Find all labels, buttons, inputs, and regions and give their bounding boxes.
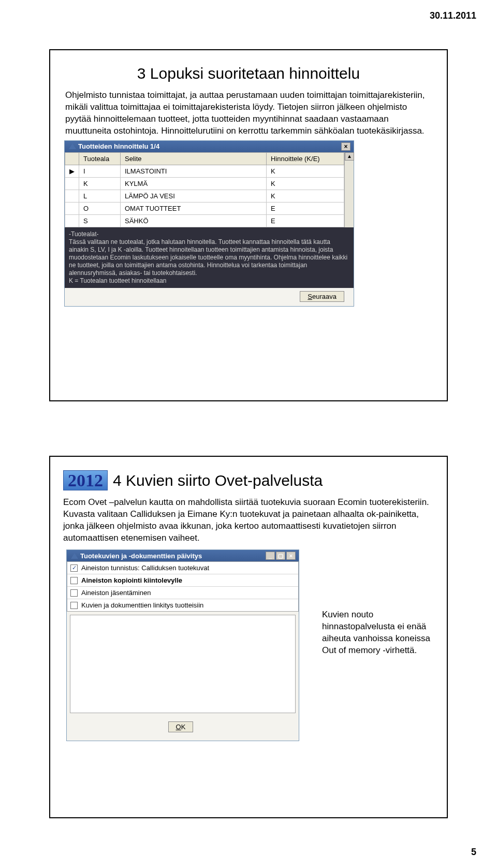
slide-2: 2012 4 Kuvien siirto Ovet-palvelusta Eco… bbox=[49, 456, 448, 818]
slide-1: 3 Lopuksi suoritetaan hinnoittelu Ohjelm… bbox=[49, 49, 448, 401]
checkbox-icon bbox=[70, 589, 78, 597]
dialog1-title: Tuotteiden hinnoittelu 1/4 bbox=[78, 142, 159, 150]
slide2-title: 4 Kuvien siirto Ovet-palvelusta bbox=[113, 472, 323, 489]
ok-button[interactable]: OK bbox=[168, 721, 194, 732]
close-icon[interactable]: × bbox=[286, 552, 296, 560]
col-tuoteala: Tuoteala bbox=[79, 152, 121, 165]
table-row[interactable]: KKYLMÄK bbox=[65, 177, 344, 190]
next-button[interactable]: Seuraava bbox=[300, 291, 344, 302]
list-item: Kuvien ja dokumenttien linkitys tuotteis… bbox=[67, 599, 298, 611]
info-panel: -Tuotealat- Tässä valitaan ne tuotealat,… bbox=[65, 227, 354, 288]
col-selite: Selite bbox=[121, 152, 267, 165]
list-item: ✓ Aineiston tunnistus: Calliduksen tuote… bbox=[67, 562, 298, 574]
table-row[interactable]: LLÄMPÖ JA VESIK bbox=[65, 190, 344, 202]
scrollbar[interactable]: ▲ bbox=[344, 152, 354, 227]
list-item: Aineiston jäsentäminen bbox=[67, 587, 298, 599]
step-label: Aineiston kopiointi kiintolevylle bbox=[81, 576, 182, 584]
page-number: 5 bbox=[471, 847, 476, 858]
header-date: 30.11.2011 bbox=[430, 10, 476, 21]
minimize-icon[interactable]: _ bbox=[266, 552, 275, 560]
list-item: Aineiston kopiointi kiintolevylle bbox=[67, 574, 298, 587]
row-arrow-col bbox=[65, 152, 79, 165]
col-hinnoittele: Hinnoittele (K/E) bbox=[267, 152, 344, 165]
dialog-tuotekuvat: Tuotekuvien ja -dokumenttien päivitys _ … bbox=[66, 549, 299, 741]
checkbox-icon bbox=[70, 577, 78, 584]
close-icon[interactable]: × bbox=[341, 142, 350, 151]
product-area-table: Tuoteala Selite Hinnoittele (K/E) ▶IILMA… bbox=[65, 152, 344, 227]
step-label: Aineiston tunnistus: Calliduksen tuoteku… bbox=[81, 564, 209, 572]
table-row[interactable]: SSÄHKÖE bbox=[65, 214, 344, 227]
checkbox-icon bbox=[70, 602, 78, 609]
table-row[interactable]: ▶IILMASTOINTIK bbox=[65, 165, 344, 177]
info-legend: K = Tuotealan tuotteet hinnoitellaan bbox=[69, 277, 349, 285]
output-area bbox=[70, 615, 296, 713]
scroll-up-icon[interactable]: ▲ bbox=[345, 152, 354, 161]
step-label: Aineiston jäsentäminen bbox=[81, 589, 151, 597]
dialog2-title: Tuotekuvien ja -dokumenttien päivitys bbox=[80, 552, 202, 560]
dialog1-titlebar: Tuotteiden hinnoittelu 1/4 × bbox=[65, 141, 354, 152]
dialog2-titlebar: Tuotekuvien ja -dokumenttien päivitys _ … bbox=[67, 550, 299, 561]
dialog-hinnoittelu: Tuotteiden hinnoittelu 1/4 × Tuoteala Se… bbox=[64, 140, 354, 307]
maximize-icon[interactable]: ▢ bbox=[276, 552, 285, 560]
slide2-side-note: Kuvien nouto hinnastopalvelusta ei enää … bbox=[322, 609, 441, 657]
checkbox-icon: ✓ bbox=[70, 565, 78, 572]
info-label: -Tuotealat- bbox=[69, 230, 349, 238]
slide1-title: 3 Lopuksi suoritetaan hinnoittelu bbox=[63, 65, 434, 82]
app-icon bbox=[71, 553, 78, 559]
year-badge: 2012 bbox=[63, 470, 108, 490]
table-row[interactable]: OOMAT TUOTTEETE bbox=[65, 202, 344, 214]
slide1-paragraph: Ohjelmisto tunnistaa toimittajat, ja aut… bbox=[63, 90, 434, 137]
step-list: ✓ Aineiston tunnistus: Calliduksen tuote… bbox=[67, 561, 299, 612]
step-label: Kuvien ja dokumenttien linkitys tuotteis… bbox=[81, 601, 203, 609]
slide2-paragraph: Ecom Ovet –palvelun kautta on mahdollist… bbox=[63, 497, 434, 544]
info-text: Tässä valitaan ne tuotealat, jotka halut… bbox=[69, 238, 349, 277]
app-icon bbox=[69, 143, 76, 149]
